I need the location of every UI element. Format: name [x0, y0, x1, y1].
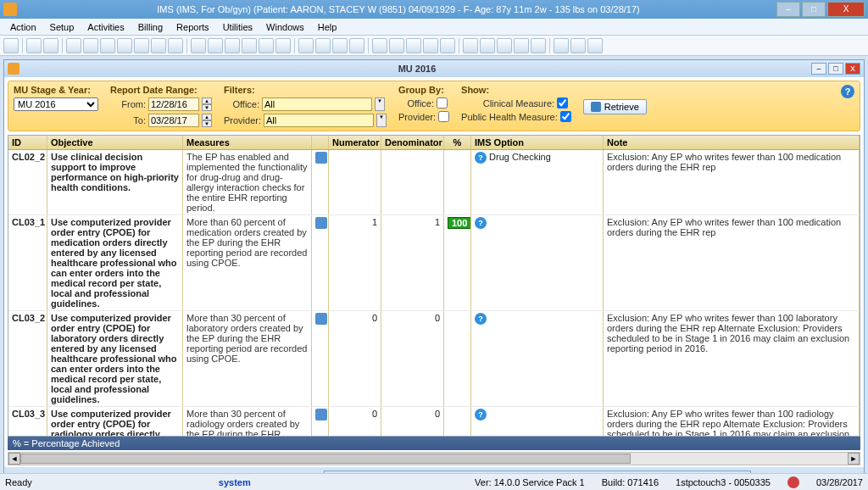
- public-health-checkbox[interactable]: [560, 111, 571, 122]
- menu-action[interactable]: Action: [3, 20, 43, 34]
- toolbar-icon[interactable]: [554, 38, 569, 53]
- from-date-input[interactable]: [148, 97, 199, 111]
- measures-grid: ID Objective Measures Numerator Denomina…: [8, 135, 860, 437]
- groupby-office-checkbox[interactable]: [437, 97, 448, 109]
- toolbar-icon[interactable]: [587, 38, 603, 53]
- grid-body[interactable]: CL02_2Use clinical decision support to i…: [8, 150, 860, 436]
- office-filter-input[interactable]: [262, 97, 372, 111]
- scroll-right-arrow[interactable]: ►: [848, 453, 860, 465]
- toolbar-icon[interactable]: [242, 38, 257, 53]
- cell-numerator: 0: [329, 311, 381, 406]
- to-date-input[interactable]: [148, 114, 199, 127]
- info-icon[interactable]: ?: [475, 152, 487, 164]
- cell-measures: The EP has enabled and implemented the f…: [183, 150, 312, 214]
- cell-numerator: [329, 150, 381, 214]
- menu-utilities[interactable]: Utilities: [216, 20, 259, 34]
- cell-detail-icon[interactable]: [312, 311, 329, 406]
- col-percent[interactable]: %: [444, 136, 471, 149]
- info-icon[interactable]: ?: [475, 217, 487, 229]
- info-icon[interactable]: ?: [475, 409, 487, 420]
- cell-numerator: 1: [329, 215, 381, 310]
- scroll-thumb[interactable]: [20, 454, 631, 464]
- subwin-close-button[interactable]: X: [845, 63, 860, 75]
- cell-ims-option: ?: [471, 311, 604, 406]
- toolbar-icon[interactable]: [225, 38, 240, 53]
- toolbar-icon[interactable]: [208, 38, 223, 53]
- toolbar-icon[interactable]: [497, 38, 512, 53]
- toolbar-icon[interactable]: [151, 38, 166, 53]
- menu-billing[interactable]: Billing: [131, 20, 170, 34]
- toolbar-icon[interactable]: [531, 38, 546, 53]
- col-measures[interactable]: Measures: [183, 136, 312, 149]
- menu-help[interactable]: Help: [311, 20, 344, 34]
- mu-stage-select[interactable]: MU 2016: [14, 97, 98, 111]
- toolbar-icon[interactable]: [259, 38, 274, 53]
- help-icon[interactable]: ?: [841, 85, 854, 98]
- toolbar-icon[interactable]: [3, 38, 19, 53]
- toolbar-icon[interactable]: [440, 38, 455, 53]
- subwin-maximize-button[interactable]: □: [828, 63, 843, 75]
- toolbar-icon[interactable]: [406, 38, 421, 53]
- grid-header: ID Objective Measures Numerator Denomina…: [8, 136, 860, 150]
- toolbar-icon[interactable]: [275, 38, 291, 53]
- clinical-measure-checkbox[interactable]: [557, 97, 568, 109]
- toolbar-icon[interactable]: [570, 38, 586, 53]
- info-icon[interactable]: ?: [475, 313, 487, 325]
- horizontal-scrollbar[interactable]: ◄ ►: [8, 452, 860, 465]
- toolbar-icon[interactable]: [372, 38, 387, 53]
- subwindow-icon: [8, 63, 19, 75]
- minimize-button[interactable]: –: [776, 2, 800, 17]
- toolbar-icon[interactable]: [100, 38, 115, 53]
- provider-filter-input[interactable]: [264, 114, 374, 127]
- toolbar-icon[interactable]: [514, 38, 529, 53]
- col-denominator[interactable]: Denominator: [381, 136, 444, 149]
- from-date-spinner[interactable]: ▲▼: [202, 97, 212, 111]
- toolbar-icon[interactable]: [117, 38, 132, 53]
- table-row[interactable]: CL03_2Use computerized provider order en…: [8, 311, 860, 407]
- scroll-left-arrow[interactable]: ◄: [8, 453, 20, 465]
- groupby-provider-checkbox[interactable]: [438, 111, 449, 122]
- cell-detail-icon[interactable]: [312, 150, 329, 214]
- menu-windows[interactable]: Windows: [259, 20, 311, 34]
- close-button[interactable]: X: [827, 2, 865, 17]
- menu-setup[interactable]: Setup: [43, 20, 81, 34]
- col-note[interactable]: Note: [604, 136, 860, 149]
- table-row[interactable]: CL03_1Use computerized provider order en…: [8, 215, 860, 311]
- cell-percent: [444, 150, 471, 214]
- office-dropdown-icon[interactable]: ▼: [375, 97, 385, 111]
- toolbar-icon[interactable]: [191, 38, 206, 53]
- toolbar-icon[interactable]: [26, 38, 42, 53]
- maximize-button[interactable]: □: [802, 2, 826, 17]
- toolbar-icon[interactable]: [83, 38, 98, 53]
- toolbar-icon[interactable]: [315, 38, 331, 53]
- detail-icon: [315, 313, 327, 325]
- toolbar-icon[interactable]: [349, 38, 364, 53]
- toolbar-icon[interactable]: [168, 38, 183, 53]
- table-row[interactable]: CL03_3Use computerized provider order en…: [8, 407, 860, 436]
- col-id[interactable]: ID: [8, 136, 47, 149]
- menu-activities[interactable]: Activities: [81, 20, 131, 34]
- toolbar-icon[interactable]: [332, 38, 348, 53]
- toolbar-icon[interactable]: [423, 38, 438, 53]
- retrieve-button[interactable]: Retrieve: [583, 99, 647, 114]
- gb-provider-label: Provider:: [398, 112, 436, 122]
- menu-reports[interactable]: Reports: [170, 20, 216, 34]
- table-row[interactable]: CL02_2Use clinical decision support to i…: [8, 150, 860, 215]
- status-notify-icon[interactable]: [787, 476, 799, 488]
- toolbar-icon[interactable]: [463, 38, 478, 53]
- toolbar-icon[interactable]: [43, 38, 58, 53]
- provider-dropdown-icon[interactable]: ▼: [376, 114, 387, 127]
- toolbar-icon[interactable]: [480, 38, 495, 53]
- toolbar-icon[interactable]: [66, 38, 81, 53]
- col-numerator[interactable]: Numerator: [329, 136, 381, 149]
- cell-detail-icon[interactable]: [312, 215, 329, 310]
- subwin-minimize-button[interactable]: –: [811, 63, 826, 75]
- cell-percent: 100: [444, 215, 471, 310]
- toolbar-icon[interactable]: [134, 38, 149, 53]
- toolbar-icon[interactable]: [298, 38, 314, 53]
- col-objective[interactable]: Objective: [47, 136, 183, 149]
- cell-detail-icon[interactable]: [312, 407, 329, 436]
- to-date-spinner[interactable]: ▲▼: [202, 114, 212, 127]
- toolbar-icon[interactable]: [389, 38, 404, 53]
- col-ims-option[interactable]: IMS Option: [471, 136, 604, 149]
